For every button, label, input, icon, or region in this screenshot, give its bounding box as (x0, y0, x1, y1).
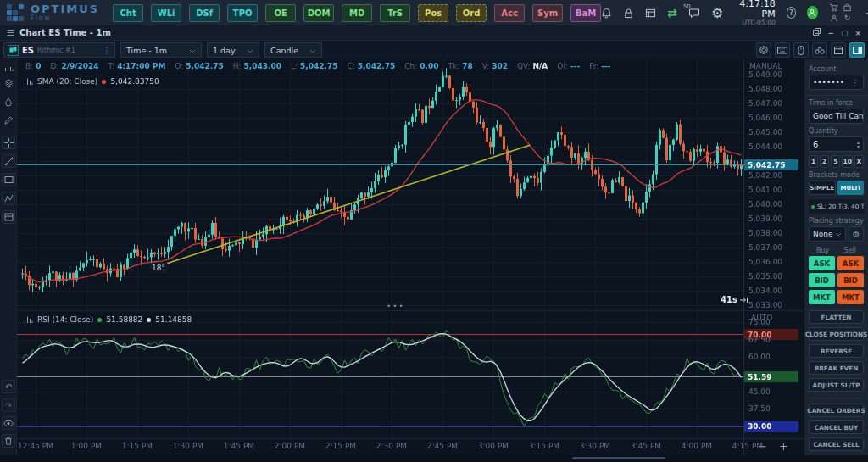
notifications-bell-icon[interactable] (601, 8, 612, 19)
info-fr: Fr:--- (589, 62, 610, 70)
action-flatten-button[interactable]: FLATTEN (809, 310, 864, 324)
rectangle-tool-icon[interactable] (2, 173, 15, 186)
redo-icon[interactable]: ↷ (2, 398, 15, 412)
app-minimize-button[interactable]: − (864, 7, 868, 19)
bag-icon[interactable] (843, 3, 852, 12)
chart-toolbar: ES Rithmic #1 ⋮ Time - 1m 1 day Candle (0, 41, 868, 59)
settings-gear-icon[interactable]: ⚙ (711, 5, 723, 21)
price-chart-canvas[interactable] (17, 59, 804, 455)
user-avatar-icon[interactable] (807, 6, 818, 19)
qty-preset-10[interactable]: 10 (842, 155, 852, 168)
snapshot-icon[interactable] (756, 42, 771, 58)
rsi-axis-tick: 60.00 (748, 353, 771, 361)
crosshair-tool-icon[interactable] (2, 136, 15, 149)
chart-window-titlebar[interactable]: ☰ Chart ES Time - 1m − □ × (0, 25, 868, 41)
buy-mkt-button[interactable]: MKT (809, 290, 835, 304)
refresh-icon[interactable]: ↻ (844, 14, 851, 22)
layers-icon[interactable] (2, 76, 15, 90)
horizontal-scrollbar[interactable] (572, 457, 665, 459)
marker-pencil-icon[interactable] (2, 114, 15, 127)
style-dropdown[interactable]: Candle (264, 42, 322, 58)
action-cancel-sell-button[interactable]: CANCEL SELL (809, 437, 864, 451)
tab-ord[interactable]: Ord (456, 4, 487, 22)
stepper-arrows-icon[interactable]: ▴▾ (857, 140, 860, 148)
tab-tpo[interactable]: TPO (227, 4, 258, 22)
zoom-in-button[interactable]: + (779, 440, 788, 453)
tab-trs[interactable]: TrS (380, 4, 410, 22)
sell-ask-button[interactable]: ASK (837, 256, 864, 270)
tab-acc[interactable]: Acc (494, 4, 525, 22)
tab-pos[interactable]: Pos (418, 4, 448, 22)
sell-bid-button[interactable]: BID (837, 273, 864, 287)
keyboard-icon[interactable] (775, 42, 790, 58)
brackets-simple[interactable]: SIMPLE (809, 181, 836, 195)
window-close-icon[interactable]: × (854, 29, 861, 37)
tab-cht[interactable]: Cht (113, 4, 143, 22)
chat-icon[interactable]: 50 (688, 8, 700, 19)
indicator-bars-icon[interactable] (2, 61, 15, 75)
placing-settings-button[interactable]: ⚙ (849, 226, 864, 242)
tab-dom[interactable]: DOM (303, 4, 334, 22)
undo-icon[interactable]: ↶ (2, 380, 15, 393)
calendar-icon[interactable] (831, 42, 846, 58)
symbol-selector[interactable]: ES Rithmic #1 ⋮ (3, 42, 115, 58)
mouse-trade-icon[interactable] (793, 42, 809, 58)
action-cancel-buy-button[interactable]: CANCEL BUY (809, 420, 864, 434)
time-axis-tick: 4:15 PM (724, 442, 771, 450)
quantity-stepper[interactable]: 6 ▴▾ (809, 136, 864, 152)
lock-icon[interactable] (623, 8, 634, 19)
brush-tool-icon[interactable] (2, 192, 15, 205)
action-close-positions-button[interactable]: CLOSE POSITIONS (809, 327, 864, 341)
help-icon[interactable]: ? (787, 7, 796, 19)
buy-bid-button[interactable]: BID (809, 273, 835, 287)
pane-resize-handle[interactable]: ••• (387, 302, 405, 310)
qty-preset-2[interactable]: 2 (820, 155, 829, 168)
action-reverse-button[interactable]: REVERSE (809, 344, 864, 358)
window-popout-icon[interactable] (813, 28, 821, 37)
chart-area[interactable]: B:0D:2/9/2024T:4:17:00 PMO:5,042.75H:5,0… (17, 59, 804, 455)
tab-md[interactable]: MD (342, 4, 372, 22)
trendline-tool-icon[interactable] (2, 154, 15, 168)
sma-indicator-row[interactable]: SMA (20: Close) 5,042.83750 (24, 77, 159, 86)
buy-ask-button[interactable]: ASK (809, 256, 835, 270)
qty-preset-x[interactable]: X (854, 155, 864, 168)
rsi-indicator-row[interactable]: RSI (14: Close) 51.58882 51.14858 (24, 315, 192, 324)
sl-info[interactable]: SL: 20 T-3, 40 T-1 (809, 199, 864, 214)
price-axis-tick: 5,035.00 (748, 272, 782, 281)
range-dropdown[interactable]: 1 day (207, 42, 259, 58)
tab-wli[interactable]: WLi (151, 4, 181, 22)
sell-mkt-button[interactable]: MKT (837, 290, 864, 304)
tab-dsf[interactable]: DSf (189, 4, 220, 22)
placing-strategy-select[interactable]: None (809, 226, 846, 242)
qty-preset-1[interactable]: 1 (809, 155, 818, 168)
symbol-menu-icon[interactable]: ⋮ (103, 46, 111, 55)
user-icon[interactable] (830, 14, 838, 22)
period-dropdown[interactable]: Time - 1m (120, 42, 202, 58)
save-workspace-icon[interactable] (645, 8, 656, 19)
tif-select[interactable]: Good Till Can (809, 109, 864, 124)
trade-panel-toggle-icon[interactable] (849, 42, 865, 58)
action-adjust-sl-tp-button[interactable]: ADJUST SL/TP (809, 378, 864, 392)
window-minimize-icon[interactable]: − (827, 29, 834, 37)
binoculars-icon[interactable] (812, 42, 827, 58)
tab-sym[interactable]: Sym (532, 4, 563, 22)
tab-bam[interactable]: BaM (570, 4, 601, 22)
droplet-icon[interactable] (2, 95, 15, 109)
pattern-tool-icon[interactable] (2, 210, 15, 224)
connections-swap-icon[interactable]: ⇄ (667, 6, 677, 19)
account-field[interactable]: ••••••• ⋮ (809, 75, 864, 90)
window-maximize-icon[interactable]: □ (841, 29, 849, 37)
rsi-white-dot (147, 318, 151, 322)
brackets-multi[interactable]: MULTI (837, 181, 865, 195)
delete-trash-icon[interactable] (2, 434, 15, 448)
qty-preset-5[interactable]: 5 (831, 155, 840, 168)
visibility-eye-icon[interactable] (2, 416, 15, 430)
tab-oe[interactable]: OE (265, 4, 296, 22)
action-break-even-button[interactable]: BREAK EVEN (809, 361, 864, 375)
window-menu-icon[interactable]: ☰ (7, 28, 14, 37)
price-axis-mode-label[interactable]: MANUAL (749, 62, 782, 70)
action-cancel-orders-button[interactable]: CANCEL ORDERS (809, 404, 864, 417)
account-menu-icon[interactable]: ⋮ (851, 78, 860, 87)
time-axis-tick: 3:45 PM (622, 442, 670, 450)
cart-icon[interactable] (829, 3, 838, 12)
